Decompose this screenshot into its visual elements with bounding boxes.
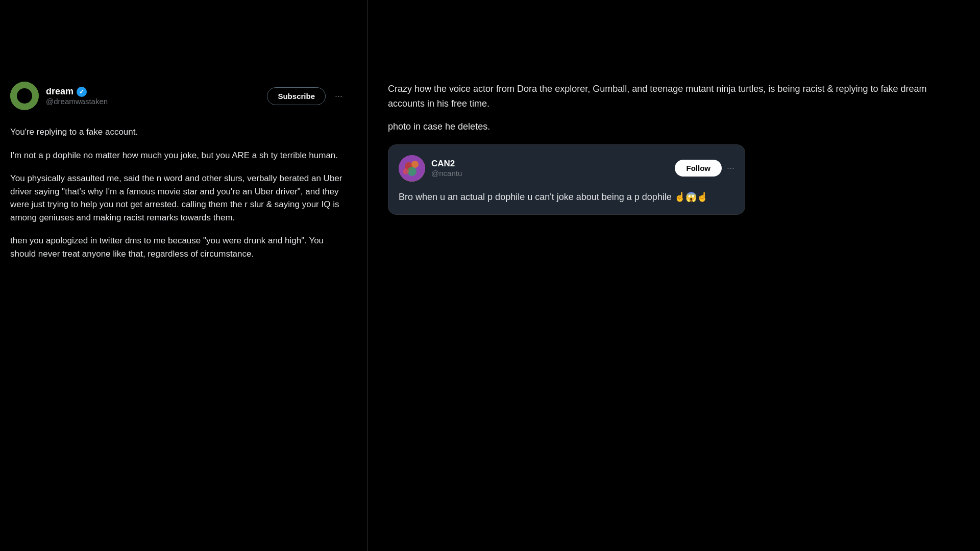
- tweet-paragraph-4: then you apologized in twitter dms to me…: [10, 234, 347, 260]
- tweet-paragraph-3: You physically assaulted me, said the n …: [10, 172, 347, 224]
- embedded-username: @ncantu: [431, 169, 462, 178]
- embedded-more-button[interactable]: ···: [727, 163, 734, 173]
- profile-info: dream ✓ @dreamwastaken: [46, 86, 108, 106]
- photo-text: photo in case he deletes.: [388, 121, 960, 132]
- svg-point-1: [18, 89, 31, 103]
- embedded-header: CAN2 @ncantu Follow ···: [399, 155, 734, 182]
- embedded-avatar-image: [399, 155, 425, 182]
- username: @dreamwastaken: [46, 97, 108, 106]
- svg-point-0: [10, 82, 39, 110]
- embedded-display-name: CAN2: [431, 159, 462, 169]
- tweet-paragraph-2: I'm not a p dophile no matter how much y…: [10, 149, 347, 162]
- profile-header: dream ✓ @dreamwastaken Subscribe ···: [10, 82, 347, 110]
- profile-left: dream ✓ @dreamwastaken: [10, 82, 108, 110]
- context-text: Crazy how the voice actor from Dora the …: [388, 82, 960, 111]
- embedded-profile-info: CAN2 @ncantu: [431, 159, 462, 178]
- avatar: [10, 82, 39, 110]
- more-options-button[interactable]: ···: [331, 89, 347, 104]
- svg-point-6: [411, 161, 419, 168]
- embedded-tweet-text: Bro when u an actual p dophile u can't j…: [399, 190, 734, 205]
- display-name: dream ✓: [46, 86, 108, 97]
- svg-point-2: [19, 92, 23, 97]
- profile-actions: Subscribe ···: [267, 87, 347, 105]
- embedded-profile: CAN2 @ncantu: [399, 155, 462, 182]
- name-text: dream: [46, 86, 74, 97]
- left-panel: dream ✓ @dreamwastaken Subscribe ··· You…: [0, 0, 368, 551]
- follow-button[interactable]: Follow: [675, 160, 722, 177]
- verified-badge: ✓: [77, 87, 87, 97]
- embedded-avatar: [399, 155, 425, 182]
- tweet-content: You're replying to a fake account. I'm n…: [10, 126, 347, 260]
- embedded-tweet: CAN2 @ncantu Follow ··· Bro when u an ac…: [388, 144, 745, 215]
- svg-point-8: [403, 168, 409, 174]
- tweet-paragraph-1: You're replying to a fake account.: [10, 126, 347, 139]
- right-panel: Crazy how the voice actor from Dora the …: [368, 0, 980, 551]
- embedded-actions: Follow ···: [675, 160, 734, 177]
- subscribe-button[interactable]: Subscribe: [267, 87, 326, 105]
- svg-point-3: [26, 92, 30, 97]
